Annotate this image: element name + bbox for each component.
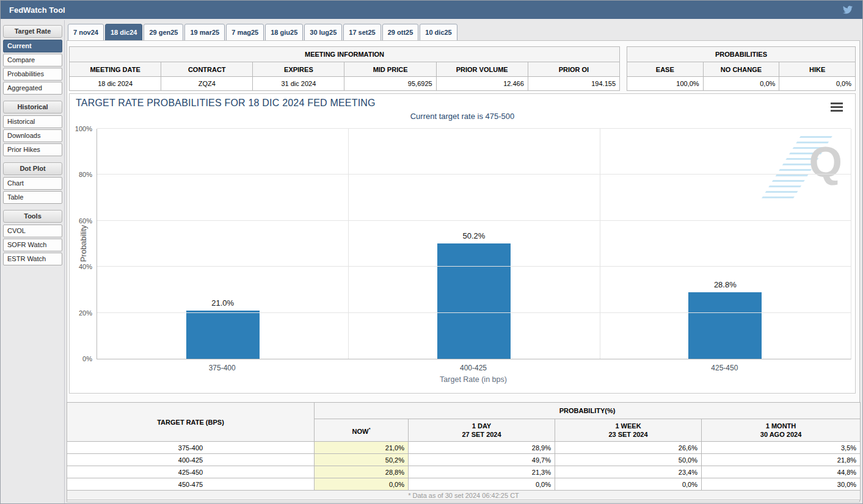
sidebar-item-cvol[interactable]: CVOL <box>3 225 62 237</box>
twitter-icon[interactable] <box>842 5 854 15</box>
y-tick-label: 20% <box>79 309 92 317</box>
now-cell: 0,0% <box>315 478 409 491</box>
one-day-cell: 28,9% <box>409 442 555 454</box>
meeting-info-header-prior-oi: PRIOR OI <box>528 62 619 77</box>
sidebar-section-dot-plot: Dot PlotChartTable <box>3 162 62 204</box>
tab-17-set25[interactable]: 17 set25 <box>343 24 381 41</box>
sidebar-item-sofr-watch[interactable]: SOFR Watch <box>3 239 62 251</box>
sidebar-item-aggregated[interactable]: Aggregated <box>3 82 62 95</box>
prob-summary-value: 0,0% <box>779 77 856 91</box>
one-month-cell: 21,8% <box>702 454 861 466</box>
tab-29-ott25[interactable]: 29 ott25 <box>382 24 419 41</box>
meeting-info-header-contract: CONTRACT <box>161 62 253 77</box>
bar-series: 21.0%50.2%28.8% <box>97 129 851 359</box>
gridline <box>97 128 851 129</box>
sidebar-item-table[interactable]: Table <box>3 191 62 204</box>
tab-7-mag25[interactable]: 7 mag25 <box>226 24 264 41</box>
bar-value-label: 21.0% <box>211 298 234 308</box>
y-tick-label: 40% <box>79 263 92 270</box>
meeting-info-value: 194.155 <box>528 77 619 91</box>
sidebar-section-button-tools[interactable]: Tools <box>3 210 62 223</box>
bar-375-400[interactable] <box>186 311 260 359</box>
sidebar-item-prior-hikes[interactable]: Prior Hikes <box>3 143 62 156</box>
rate-cell: 375-400 <box>67 442 315 454</box>
one-day-cell: 0,0% <box>409 478 555 491</box>
bar-value-label: 50.2% <box>463 231 486 240</box>
meeting-information-value-row: 18 dic 2024ZQZ431 dic 202495,692512.4661… <box>70 77 620 91</box>
x-tick-label-375-400: 375-400 <box>96 364 348 372</box>
tab-30-lug25[interactable]: 30 lug25 <box>304 24 342 41</box>
sidebar-divider <box>64 20 65 503</box>
x-axis-labels: 375-400400-425425-450 <box>96 364 850 372</box>
y-axis-title: Probability <box>79 225 88 262</box>
table-row-375-400: 375-40021,0%28,9%26,6%3,5% <box>67 442 861 454</box>
tab-7-nov24[interactable]: 7 nov24 <box>68 24 104 41</box>
plot-area: 21.0%50.2%28.8% Q 0%20%40%60%80%100% <box>96 129 851 359</box>
one-week-cell: 26,6% <box>555 442 702 454</box>
meeting-info-header-prior-volume: PRIOR VOLUME <box>436 62 528 77</box>
meeting-info-header-meeting-date: MEETING DATE <box>70 62 161 77</box>
table-row-450-475: 450-4750,0%0,0%0,0%30,0% <box>67 478 861 491</box>
sidebar-item-probabilities[interactable]: Probabilities <box>3 68 62 81</box>
meeting-info-value: 31 dic 2024 <box>253 77 344 91</box>
one-month-cell: 44,8% <box>702 466 861 478</box>
prob-summary-value: 0,0% <box>703 77 779 91</box>
sidebar-section-button-historical[interactable]: Historical <box>3 101 62 113</box>
chart-panel: TARGET RATE PROBABILITIES FOR 18 DIC 202… <box>69 93 856 394</box>
meeting-information-header-row: MEETING DATECONTRACTEXPIRESMID PRICEPRIO… <box>70 62 620 77</box>
probabilities-summary-table: PROBABILITIES EASENO CHANGEHIKE 100,0%0,… <box>627 46 856 91</box>
prob-summary-header-no-change: NO CHANGE <box>703 62 779 77</box>
meeting-info-value: 95,6925 <box>344 77 436 91</box>
sidebar-item-estr-watch[interactable]: ESTR Watch <box>3 253 62 265</box>
y-tick-label: 60% <box>79 217 92 225</box>
column-header-1-day: 1 DAY27 SET 2024 <box>409 419 555 442</box>
meeting-tabs: 7 nov2418 dic2429 gen2519 mar257 mag2518… <box>68 24 457 41</box>
sidebar-item-historical[interactable]: Historical <box>3 115 62 128</box>
bar-400-425[interactable] <box>437 243 511 359</box>
sidebar-section-button-target-rate[interactable]: Target Rate <box>3 25 62 38</box>
y-tick-label: 80% <box>79 171 92 178</box>
column-header-now: NOW* <box>315 419 409 442</box>
gridline <box>97 220 851 221</box>
bar-425-450[interactable] <box>688 292 762 359</box>
one-week-cell: 0,0% <box>555 478 702 491</box>
x-axis-title: Target Rate (in bps) <box>96 375 850 384</box>
sidebar-section-target-rate: Target RateCurrentCompareProbabilitiesAg… <box>3 25 62 95</box>
target-rate-bps-header: TARGET RATE (BPS) <box>67 403 315 442</box>
rate-cell: 450-475 <box>67 478 315 491</box>
meeting-information-table: MEETING INFORMATION MEETING DATECONTRACT… <box>69 46 620 91</box>
meeting-info-header-expires: EXPIRES <box>253 62 344 77</box>
fedwatch-app: FedWatch Tool Target RateCurrentCompareP… <box>0 0 863 504</box>
sidebar-item-downloads[interactable]: Downloads <box>3 129 62 142</box>
sidebar-item-current[interactable]: Current <box>3 40 62 52</box>
x-tick-label-425-450: 425-450 <box>599 364 850 372</box>
chart-title: TARGET RATE PROBABILITIES FOR 18 DIC 202… <box>76 98 376 109</box>
sidebar: Target RateCurrentCompareProbabilitiesAg… <box>3 25 62 272</box>
sidebar-section-historical: HistoricalHistoricalDownloadsPrior Hikes <box>3 101 62 156</box>
tab-19-mar25[interactable]: 19 mar25 <box>184 24 225 41</box>
probabilities-summary-title: PROBABILITIES <box>627 47 856 62</box>
sidebar-item-chart[interactable]: Chart <box>3 177 62 190</box>
gridline <box>97 266 851 267</box>
chart-subtitle: Current target rate is 475-500 <box>70 112 855 121</box>
one-week-cell: 23,4% <box>555 466 702 478</box>
now-cell: 28,8% <box>315 466 409 478</box>
sidebar-section-button-dot-plot[interactable]: Dot Plot <box>3 162 62 175</box>
table-row-425-450: 425-45028,8%21,3%23,4%44,8% <box>67 466 861 478</box>
tab-18-giu25[interactable]: 18 giu25 <box>265 24 303 41</box>
now-cell: 21,0% <box>315 442 409 454</box>
meeting-info-value: 18 dic 2024 <box>70 77 161 91</box>
bar-cell-375-400: 21.0% <box>97 129 348 359</box>
data-asof-footnote: * Data as of 30 set 2024 06:42:25 CT <box>67 491 861 500</box>
probability-group-header: PROBABILITY(%) <box>315 403 861 419</box>
tab-18-dic24[interactable]: 18 dic24 <box>105 24 142 41</box>
prob-summary-value: 100,0% <box>627 77 704 91</box>
meeting-info-header-mid-price: MID PRICE <box>344 62 436 77</box>
bar-value-label: 28.8% <box>714 280 737 289</box>
sidebar-item-compare[interactable]: Compare <box>3 54 62 67</box>
column-header-1-month: 1 MONTH30 AGO 2024 <box>702 419 861 442</box>
tab-10-dic25[interactable]: 10 dic25 <box>420 24 457 41</box>
y-tick-label: 0% <box>82 355 92 362</box>
title-bar: FedWatch Tool <box>1 1 862 19</box>
tab-29-gen25[interactable]: 29 gen25 <box>144 24 183 41</box>
